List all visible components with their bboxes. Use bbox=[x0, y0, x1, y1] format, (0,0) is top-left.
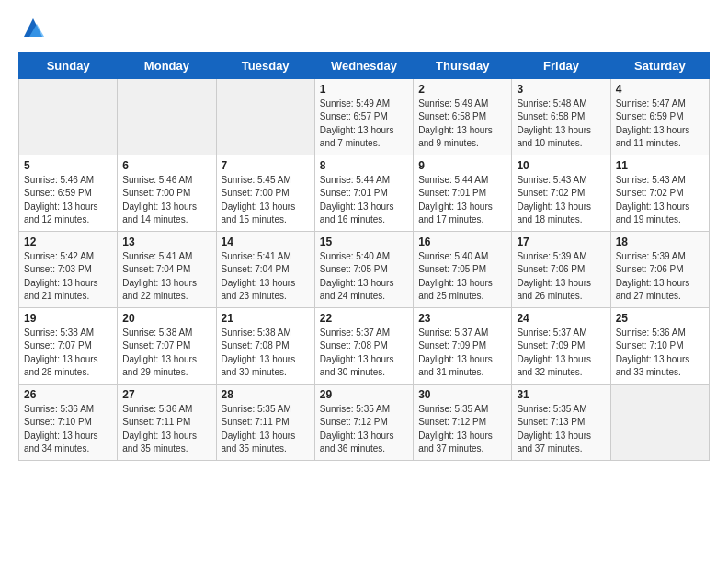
day-number: 26 bbox=[24, 388, 112, 401]
day-number: 14 bbox=[222, 236, 310, 248]
day-number: 29 bbox=[320, 388, 408, 401]
day-number: 1 bbox=[320, 83, 408, 96]
day-number: 16 bbox=[418, 236, 506, 248]
day-number: 19 bbox=[24, 312, 112, 325]
day-number: 17 bbox=[517, 236, 605, 248]
logo bbox=[18, 15, 46, 45]
calendar-cell: 19Sunrise: 5:38 AM Sunset: 7:07 PM Dayli… bbox=[19, 307, 118, 384]
day-number: 10 bbox=[517, 159, 605, 172]
calendar-cell: 29Sunrise: 5:35 AM Sunset: 7:12 PM Dayli… bbox=[314, 384, 413, 460]
day-info: Sunrise: 5:38 AM Sunset: 7:07 PM Dayligh… bbox=[24, 327, 112, 380]
weekday-header-friday: Friday bbox=[512, 52, 610, 78]
calendar-cell: 30Sunrise: 5:35 AM Sunset: 7:12 PM Dayli… bbox=[414, 384, 512, 460]
day-info: Sunrise: 5:38 AM Sunset: 7:07 PM Dayligh… bbox=[122, 327, 210, 380]
calendar-cell: 25Sunrise: 5:36 AM Sunset: 7:10 PM Dayli… bbox=[610, 307, 709, 384]
day-number: 3 bbox=[517, 83, 605, 96]
day-number: 31 bbox=[517, 388, 605, 401]
day-number: 4 bbox=[616, 83, 704, 96]
calendar-cell: 5Sunrise: 5:46 AM Sunset: 6:59 PM Daylig… bbox=[19, 155, 118, 231]
calendar-cell bbox=[610, 384, 709, 460]
calendar-cell: 7Sunrise: 5:45 AM Sunset: 7:00 PM Daylig… bbox=[216, 155, 314, 231]
calendar-cell: 2Sunrise: 5:49 AM Sunset: 6:58 PM Daylig… bbox=[414, 78, 512, 155]
day-info: Sunrise: 5:40 AM Sunset: 7:05 PM Dayligh… bbox=[418, 250, 506, 304]
week-row-1: 1Sunrise: 5:49 AM Sunset: 6:57 PM Daylig… bbox=[19, 78, 710, 155]
day-number: 20 bbox=[122, 312, 210, 325]
day-info: Sunrise: 5:36 AM Sunset: 7:11 PM Dayligh… bbox=[122, 403, 210, 456]
day-number: 13 bbox=[122, 236, 210, 248]
day-info: Sunrise: 5:37 AM Sunset: 7:09 PM Dayligh… bbox=[517, 327, 605, 380]
day-info: Sunrise: 5:35 AM Sunset: 7:13 PM Dayligh… bbox=[517, 403, 605, 456]
calendar-cell: 3Sunrise: 5:48 AM Sunset: 6:58 PM Daylig… bbox=[512, 78, 610, 155]
day-info: Sunrise: 5:39 AM Sunset: 7:06 PM Dayligh… bbox=[616, 250, 704, 304]
day-info: Sunrise: 5:42 AM Sunset: 7:03 PM Dayligh… bbox=[24, 250, 112, 304]
day-number: 12 bbox=[24, 236, 112, 248]
header bbox=[18, 15, 710, 45]
day-info: Sunrise: 5:39 AM Sunset: 7:06 PM Dayligh… bbox=[517, 250, 605, 304]
day-info: Sunrise: 5:43 AM Sunset: 7:02 PM Dayligh… bbox=[517, 174, 605, 227]
day-info: Sunrise: 5:41 AM Sunset: 7:04 PM Dayligh… bbox=[122, 250, 210, 304]
day-info: Sunrise: 5:45 AM Sunset: 7:00 PM Dayligh… bbox=[222, 174, 310, 227]
calendar-table: SundayMondayTuesdayWednesdayThursdayFrid… bbox=[18, 52, 710, 461]
calendar-cell bbox=[118, 78, 216, 155]
calendar-cell: 26Sunrise: 5:36 AM Sunset: 7:10 PM Dayli… bbox=[19, 384, 118, 460]
calendar-cell: 10Sunrise: 5:43 AM Sunset: 7:02 PM Dayli… bbox=[512, 155, 610, 231]
day-number: 27 bbox=[122, 388, 210, 401]
day-info: Sunrise: 5:38 AM Sunset: 7:08 PM Dayligh… bbox=[222, 327, 310, 380]
day-info: Sunrise: 5:46 AM Sunset: 6:59 PM Dayligh… bbox=[24, 174, 112, 227]
calendar-cell: 21Sunrise: 5:38 AM Sunset: 7:08 PM Dayli… bbox=[216, 307, 314, 384]
day-number: 9 bbox=[418, 159, 506, 172]
calendar-cell: 24Sunrise: 5:37 AM Sunset: 7:09 PM Dayli… bbox=[512, 307, 610, 384]
day-number: 28 bbox=[222, 388, 310, 401]
day-number: 2 bbox=[418, 83, 506, 96]
calendar-cell: 4Sunrise: 5:47 AM Sunset: 6:59 PM Daylig… bbox=[610, 78, 709, 155]
weekday-header-saturday: Saturday bbox=[610, 52, 709, 78]
week-row-4: 19Sunrise: 5:38 AM Sunset: 7:07 PM Dayli… bbox=[19, 307, 710, 384]
calendar-cell: 18Sunrise: 5:39 AM Sunset: 7:06 PM Dayli… bbox=[610, 231, 709, 307]
day-info: Sunrise: 5:49 AM Sunset: 6:58 PM Dayligh… bbox=[418, 98, 506, 151]
day-number: 5 bbox=[24, 159, 112, 172]
calendar-cell: 12Sunrise: 5:42 AM Sunset: 7:03 PM Dayli… bbox=[19, 231, 118, 307]
day-number: 30 bbox=[418, 388, 506, 401]
week-row-3: 12Sunrise: 5:42 AM Sunset: 7:03 PM Dayli… bbox=[19, 231, 710, 307]
weekday-header-thursday: Thursday bbox=[414, 52, 512, 78]
day-info: Sunrise: 5:49 AM Sunset: 6:57 PM Dayligh… bbox=[320, 98, 408, 151]
calendar-cell: 27Sunrise: 5:36 AM Sunset: 7:11 PM Dayli… bbox=[118, 384, 216, 460]
calendar-cell: 11Sunrise: 5:43 AM Sunset: 7:02 PM Dayli… bbox=[610, 155, 709, 231]
week-row-2: 5Sunrise: 5:46 AM Sunset: 6:59 PM Daylig… bbox=[19, 155, 710, 231]
calendar-cell: 17Sunrise: 5:39 AM Sunset: 7:06 PM Dayli… bbox=[512, 231, 610, 307]
calendar-cell: 1Sunrise: 5:49 AM Sunset: 6:57 PM Daylig… bbox=[314, 78, 413, 155]
day-info: Sunrise: 5:36 AM Sunset: 7:10 PM Dayligh… bbox=[616, 327, 704, 380]
calendar-cell: 6Sunrise: 5:46 AM Sunset: 7:00 PM Daylig… bbox=[118, 155, 216, 231]
day-info: Sunrise: 5:43 AM Sunset: 7:02 PM Dayligh… bbox=[616, 174, 704, 227]
day-info: Sunrise: 5:47 AM Sunset: 6:59 PM Dayligh… bbox=[616, 98, 704, 151]
day-info: Sunrise: 5:37 AM Sunset: 7:09 PM Dayligh… bbox=[418, 327, 506, 380]
calendar-cell: 31Sunrise: 5:35 AM Sunset: 7:13 PM Dayli… bbox=[512, 384, 610, 460]
day-info: Sunrise: 5:35 AM Sunset: 7:11 PM Dayligh… bbox=[222, 403, 310, 456]
calendar-cell bbox=[216, 78, 314, 155]
weekday-header-row: SundayMondayTuesdayWednesdayThursdayFrid… bbox=[19, 52, 710, 78]
week-row-5: 26Sunrise: 5:36 AM Sunset: 7:10 PM Dayli… bbox=[19, 384, 710, 460]
day-number: 23 bbox=[418, 312, 506, 325]
day-info: Sunrise: 5:35 AM Sunset: 7:12 PM Dayligh… bbox=[418, 403, 506, 456]
weekday-header-tuesday: Tuesday bbox=[216, 52, 314, 78]
calendar-cell bbox=[19, 78, 118, 155]
calendar-cell: 14Sunrise: 5:41 AM Sunset: 7:04 PM Dayli… bbox=[216, 231, 314, 307]
calendar-container: SundayMondayTuesdayWednesdayThursdayFrid… bbox=[0, 0, 728, 476]
day-number: 15 bbox=[320, 236, 408, 248]
day-info: Sunrise: 5:40 AM Sunset: 7:05 PM Dayligh… bbox=[320, 250, 408, 304]
day-number: 6 bbox=[122, 159, 210, 172]
day-info: Sunrise: 5:37 AM Sunset: 7:08 PM Dayligh… bbox=[320, 327, 408, 380]
day-number: 21 bbox=[222, 312, 310, 325]
day-info: Sunrise: 5:36 AM Sunset: 7:10 PM Dayligh… bbox=[24, 403, 112, 456]
day-number: 7 bbox=[222, 159, 310, 172]
calendar-cell: 20Sunrise: 5:38 AM Sunset: 7:07 PM Dayli… bbox=[118, 307, 216, 384]
weekday-header-monday: Monday bbox=[118, 52, 216, 78]
day-number: 25 bbox=[616, 312, 704, 325]
day-info: Sunrise: 5:44 AM Sunset: 7:01 PM Dayligh… bbox=[320, 174, 408, 227]
logo-icon bbox=[20, 15, 46, 40]
calendar-cell: 9Sunrise: 5:44 AM Sunset: 7:01 PM Daylig… bbox=[414, 155, 512, 231]
calendar-cell: 16Sunrise: 5:40 AM Sunset: 7:05 PM Dayli… bbox=[414, 231, 512, 307]
calendar-cell: 13Sunrise: 5:41 AM Sunset: 7:04 PM Dayli… bbox=[118, 231, 216, 307]
calendar-cell: 15Sunrise: 5:40 AM Sunset: 7:05 PM Dayli… bbox=[314, 231, 413, 307]
day-info: Sunrise: 5:35 AM Sunset: 7:12 PM Dayligh… bbox=[320, 403, 408, 456]
